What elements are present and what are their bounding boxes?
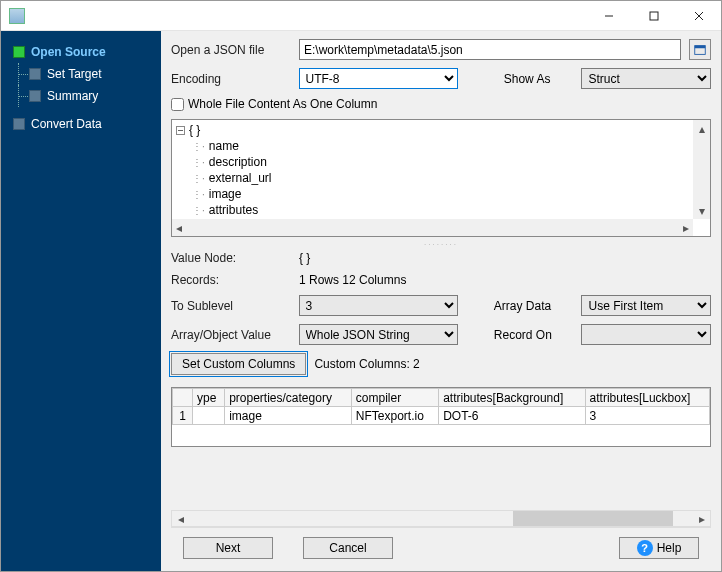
- tree-root[interactable]: – { }: [176, 122, 706, 138]
- app-icon: [9, 8, 25, 24]
- grid-cell[interactable]: DOT-6: [439, 407, 585, 425]
- tree-vscrollbar[interactable]: ▴ ▾: [693, 120, 710, 219]
- scroll-right-icon[interactable]: ▸: [693, 512, 710, 526]
- valuenode-label: Value Node:: [171, 251, 291, 265]
- sidebar-item-label: Set Target: [47, 67, 101, 81]
- main-hscrollbar[interactable]: ◂ ▸: [171, 510, 711, 527]
- set-custom-columns-button[interactable]: Set Custom Columns: [171, 353, 306, 375]
- columns-grid[interactable]: ype properties/category compiler attribu…: [171, 387, 711, 447]
- help-icon: ?: [637, 540, 653, 556]
- collapse-icon[interactable]: –: [176, 126, 185, 135]
- sidebar-item-summary[interactable]: Summary: [1, 85, 161, 107]
- tree-node[interactable]: ⋮·description: [176, 154, 706, 170]
- wizard-footer: Next Cancel ? Help: [171, 527, 711, 567]
- tree-node[interactable]: ⋮·attributes: [176, 202, 706, 218]
- splitter-handle[interactable]: ∙∙∙∙∙∙∙∙: [171, 241, 711, 247]
- step-indicator-icon: [13, 118, 25, 130]
- arraydata-label: Array Data: [494, 299, 574, 313]
- grid-cell[interactable]: [193, 407, 225, 425]
- grid-header[interactable]: properties/category: [225, 389, 352, 407]
- tree-hscrollbar[interactable]: ◂▸: [172, 219, 693, 236]
- grid-cell[interactable]: image: [225, 407, 352, 425]
- grid-row[interactable]: 1 image NFTexport.io DOT-6 3: [173, 407, 710, 425]
- recordon-select[interactable]: [581, 324, 711, 345]
- scroll-down-icon[interactable]: ▾: [693, 202, 710, 219]
- json-tree-view[interactable]: – { } ⋮·name ⋮·description ⋮·external_ur…: [171, 119, 711, 237]
- open-file-label: Open a JSON file: [171, 43, 291, 57]
- tree-node[interactable]: ⋮·name: [176, 138, 706, 154]
- records-label: Records:: [171, 273, 291, 287]
- tree-node[interactable]: ⋮·external_url: [176, 170, 706, 186]
- grid-cell[interactable]: NFTexport.io: [351, 407, 438, 425]
- file-path-input[interactable]: [299, 39, 681, 60]
- grid-header[interactable]: compiler: [351, 389, 438, 407]
- step-indicator-icon: [29, 90, 41, 102]
- aovalue-label: Array/Object Value: [171, 328, 291, 342]
- grid-header[interactable]: attributes[Background]: [439, 389, 585, 407]
- svg-rect-1: [650, 12, 658, 20]
- sidebar-item-label: Summary: [47, 89, 98, 103]
- open-file-icon: [693, 43, 707, 57]
- custom-columns-count: Custom Columns: 2: [314, 357, 419, 371]
- next-button[interactable]: Next: [183, 537, 273, 559]
- showas-label: Show As: [504, 72, 574, 86]
- grid-cell[interactable]: 3: [585, 407, 709, 425]
- sidebar-item-open-source[interactable]: Open Source: [1, 41, 161, 63]
- showas-select[interactable]: Struct: [581, 68, 711, 89]
- records-value: 1 Rows 12 Columns: [299, 273, 406, 287]
- main-panel: Open a JSON file Encoding UTF-8 Show As …: [161, 31, 721, 571]
- close-button[interactable]: [676, 1, 721, 30]
- browse-button[interactable]: [689, 39, 711, 60]
- valuenode-value: { }: [299, 251, 310, 265]
- cancel-button[interactable]: Cancel: [303, 537, 393, 559]
- minimize-button[interactable]: [586, 1, 631, 30]
- whole-file-checkbox[interactable]: [171, 98, 184, 111]
- sidebar-item-convert-data[interactable]: Convert Data: [1, 113, 161, 135]
- grid-header[interactable]: ype: [193, 389, 225, 407]
- aovalue-select[interactable]: Whole JSON String: [299, 324, 458, 345]
- grid-header-row: ype properties/category compiler attribu…: [173, 389, 710, 407]
- scrollbar-thumb[interactable]: [513, 511, 673, 526]
- encoding-label: Encoding: [171, 72, 291, 86]
- sidebar-item-label: Convert Data: [31, 117, 102, 131]
- scroll-up-icon[interactable]: ▴: [693, 120, 710, 137]
- whole-file-label: Whole File Content As One Column: [188, 97, 377, 111]
- titlebar: [1, 1, 721, 31]
- sidebar-item-set-target[interactable]: Set Target: [1, 63, 161, 85]
- arraydata-select[interactable]: Use First Item: [581, 295, 711, 316]
- maximize-button[interactable]: [631, 1, 676, 30]
- step-indicator-icon: [29, 68, 41, 80]
- tosublevel-label: To Sublevel: [171, 299, 291, 313]
- wizard-sidebar: Open Source Set Target Summary Convert D…: [1, 31, 161, 571]
- help-button[interactable]: ? Help: [619, 537, 699, 559]
- recordon-label: Record On: [494, 328, 574, 342]
- sidebar-item-label: Open Source: [31, 45, 106, 59]
- svg-rect-5: [695, 45, 706, 48]
- grid-header[interactable]: attributes[Luckbox]: [585, 389, 709, 407]
- tree-node[interactable]: ⋮·image: [176, 186, 706, 202]
- step-indicator-icon: [13, 46, 25, 58]
- scroll-left-icon[interactable]: ◂: [172, 512, 189, 526]
- encoding-select[interactable]: UTF-8: [299, 68, 458, 89]
- tosublevel-select[interactable]: 3: [299, 295, 458, 316]
